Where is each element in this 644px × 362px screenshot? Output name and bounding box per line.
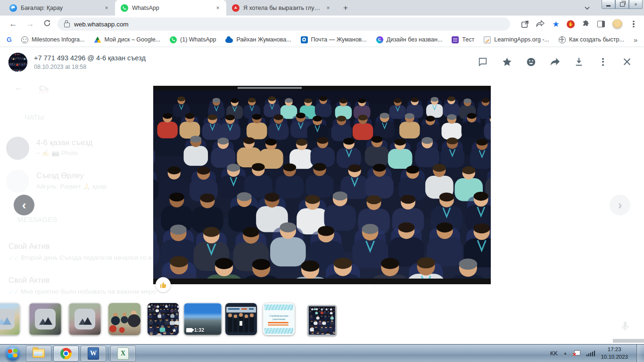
bookmark-label: Тест	[462, 36, 474, 43]
kundelik-favicon	[9, 4, 17, 12]
ai-favicon: A	[232, 4, 239, 12]
video-camera-icon	[186, 328, 192, 332]
adblock-extension-icon[interactable]: ✋	[567, 20, 575, 28]
thumbnail-video[interactable]: 1:32	[184, 303, 222, 335]
system-tray: KK ▲ ✕ 17:23 10.10.2023	[550, 345, 644, 362]
side-panel-icon[interactable]	[596, 19, 606, 29]
window-controls: ×	[602, 0, 643, 9]
onedrive-cloud-icon	[225, 38, 233, 43]
thumbnail-summit-group[interactable]	[225, 303, 257, 335]
reload-button[interactable]	[41, 19, 53, 29]
side-panel-glyph	[597, 21, 605, 27]
bookmark-how-to[interactable]: Как создать быстр...	[559, 36, 624, 43]
bookmark-milestones[interactable]: Milestones Infogra...	[21, 36, 85, 43]
tab-search-chevron-icon[interactable]	[585, 5, 589, 9]
viewer-menu-icon[interactable]	[597, 56, 609, 67]
tab-ai-chat[interactable]: A Я хотела бы выразить глубокую ×	[226, 0, 337, 16]
language-indicator[interactable]: KK	[550, 350, 558, 357]
thumbnail-photo-people[interactable]	[108, 303, 140, 335]
extensions-puzzle-icon[interactable]	[581, 19, 590, 29]
close-window-button[interactable]: ×	[629, 0, 643, 9]
tab-strip: Бағалар: Қарау × WhatsApp × A Я хотела б…	[0, 0, 644, 16]
tab-bagalar[interactable]: Бағалар: Қарау ×	[4, 0, 115, 16]
windows-taskbar: W X KK ▲ ✕ 17:23 10.10.2023	[0, 344, 644, 362]
address-bar[interactable]: web.whatsapp.com	[58, 17, 510, 31]
outlook-icon	[301, 36, 308, 43]
url-text: web.whatsapp.com	[74, 21, 129, 28]
taskbar-explorer-button[interactable]	[26, 346, 51, 362]
tab-close-icon[interactable]: ×	[324, 4, 332, 12]
bookmark-drive[interactable]: Мой диск – Google...	[94, 36, 160, 43]
starred-badge-icon: ★	[172, 327, 177, 334]
forms-list-icon	[452, 36, 459, 43]
certificate-text: Свидетельство участника	[263, 314, 295, 321]
thumbs-up-reaction-badge[interactable]	[156, 277, 171, 292]
image-placeholder-icon	[0, 309, 15, 329]
back-button[interactable]: ←	[8, 19, 19, 29]
tray-clock[interactable]: 17:23 10.10.2023	[601, 346, 631, 361]
show-desktop-button[interactable]	[636, 345, 642, 362]
bookmark-label: Дизайн без назван...	[387, 36, 443, 43]
tab-close-icon[interactable]: ×	[103, 4, 110, 12]
download-icon[interactable]	[573, 56, 585, 67]
thumbnail-certificate[interactable]: Свидетельство участника	[263, 303, 295, 335]
previous-photo-button[interactable]: ‹	[14, 195, 34, 215]
main-photo-congress-audience[interactable]	[153, 86, 491, 284]
forward-button[interactable]: →	[25, 19, 36, 29]
thumbnail-audience[interactable]: ★	[148, 303, 179, 335]
bookmark-outlook[interactable]: Почта — Жуманов...	[301, 36, 367, 43]
whatsapp-photo-viewer: ← Съ ЧАТЫ 4-6 қазан съезд ~ ✍ 📷 Photo Съ…	[0, 48, 644, 344]
bookmark-google[interactable]: G	[7, 36, 12, 43]
bookmark-onedrive[interactable]: Райхан Жуманова...	[225, 36, 291, 43]
horizontal-scrollbar-thumb[interactable]	[613, 339, 644, 343]
taskbar-word-button[interactable]: W	[81, 346, 106, 362]
bookmark-canva[interactable]: CДизайн без назван...	[376, 36, 443, 43]
network-disconnected-icon[interactable]: ✕	[573, 350, 581, 357]
taskbar-excel-button[interactable]: X	[110, 346, 136, 362]
thumbnail-placeholder[interactable]	[69, 303, 101, 335]
taskbar-separator	[108, 347, 108, 360]
voice-message-mic-icon	[619, 320, 631, 332]
tab-whatsapp[interactable]: WhatsApp ×	[115, 0, 226, 16]
profile-avatar[interactable]	[612, 19, 623, 30]
restore-button[interactable]	[615, 0, 629, 9]
forward-icon[interactable]	[549, 56, 561, 67]
bookmark-whatsapp[interactable]: (1) WhatsApp	[170, 36, 216, 43]
bookmark-star-icon[interactable]: ★	[551, 19, 561, 29]
new-tab-button[interactable]: +	[339, 2, 352, 14]
taskbar-chrome-button[interactable]	[53, 346, 79, 362]
bookmark-label: (1) WhatsApp	[180, 36, 216, 43]
thumbnail-placeholder[interactable]	[0, 303, 20, 335]
next-photo-button[interactable]: ›	[610, 195, 630, 215]
react-emoji-icon[interactable]	[525, 56, 537, 67]
message-result-text: Второй день Съезда педагогов начался со …	[21, 254, 155, 261]
chat-avatar	[6, 170, 29, 193]
image-placeholder-icon	[74, 309, 95, 329]
hidden-icons-chevron[interactable]: ▲	[563, 351, 567, 355]
globe-icon	[559, 36, 566, 43]
bookmark-learningapps[interactable]: LearningApps.org -...	[484, 36, 549, 43]
video-meta: 1:32	[186, 327, 204, 333]
signal-strength-icon[interactable]	[586, 350, 595, 356]
open-in-new-icon[interactable]	[520, 19, 529, 29]
minimize-icon	[606, 5, 611, 7]
thumbnail-placeholder[interactable]	[29, 303, 61, 335]
bookmarks-overflow-chevron[interactable]: »	[634, 36, 642, 44]
whatsapp-favicon	[121, 4, 128, 12]
bookmarks-bar: G Milestones Infogra... Мой диск – Googl…	[0, 33, 644, 47]
tab-close-icon[interactable]: ×	[214, 4, 222, 12]
share-icon[interactable]	[536, 19, 545, 29]
close-viewer-icon[interactable]	[621, 56, 633, 67]
chat-title: Съезд Өрлеу	[36, 171, 84, 180]
bookmark-test[interactable]: Тест	[452, 36, 474, 43]
open-chat-icon[interactable]	[477, 56, 488, 67]
tab-label: Я хотела бы выразить глубокую	[243, 5, 321, 11]
star-message-icon[interactable]	[501, 56, 512, 67]
browser-menu-icon[interactable]	[629, 19, 638, 29]
thumbnail-current-selected[interactable]	[307, 305, 337, 336]
bookmark-label: Milestones Infogra...	[32, 36, 85, 43]
start-button[interactable]	[5, 346, 21, 362]
sender-avatar[interactable]	[8, 53, 27, 72]
word-icon: W	[88, 347, 99, 360]
minimize-button[interactable]	[602, 0, 615, 9]
